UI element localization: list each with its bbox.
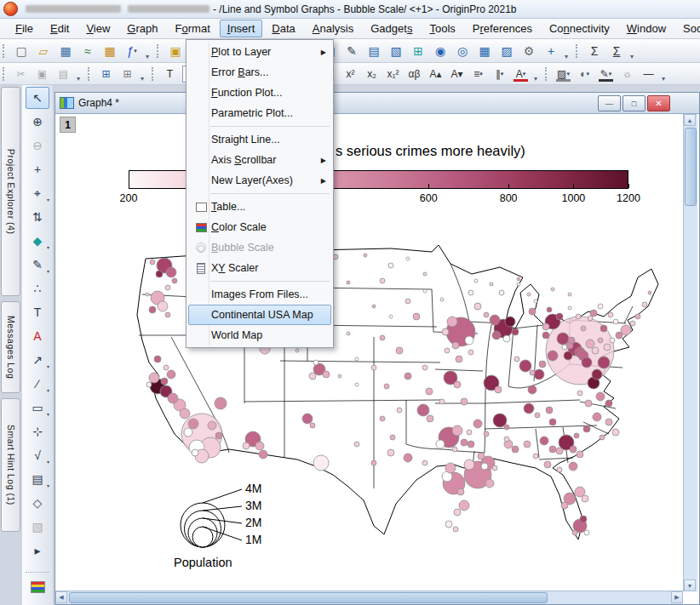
arrow-tool-dropdown-icon[interactable]: ▾ <box>47 363 49 369</box>
menu-item-parametric-plot[interactable]: Parametric Plot... <box>188 103 331 123</box>
bubble-scale-legend[interactable]: 4M3M2M1M <box>167 481 312 557</box>
menu-gadgets[interactable]: Gadgets <box>363 20 420 37</box>
text-tool-button[interactable]: T <box>26 301 49 323</box>
toolbar-overflow-icon[interactable]: ▾ <box>77 75 80 84</box>
add-columns-button[interactable]: + <box>541 41 561 61</box>
scroll-up-icon[interactable]: ▲ <box>684 114 696 126</box>
new-workbook-button[interactable]: ▦ <box>55 41 76 61</box>
menu-item-error-bars[interactable]: Error Bars... <box>188 62 331 83</box>
line-color-button[interactable]: ✎▾ <box>596 65 616 83</box>
screen-reader-button[interactable]: ⌖▾ <box>26 182 49 204</box>
new-graph-button[interactable]: ≈ <box>77 41 98 61</box>
fill-color-button[interactable]: ▨▾ <box>554 65 573 83</box>
add-worksheet-button[interactable]: ⊞ <box>118 65 137 83</box>
zoom-all-button[interactable]: ◉ <box>430 41 450 61</box>
menu-item-table[interactable]: Table... <box>188 197 331 217</box>
screen-reader-dropdown-icon[interactable]: ▾ <box>47 197 49 203</box>
menu-data[interactable]: Data <box>264 20 302 37</box>
data-reader-button[interactable]: + <box>26 158 49 180</box>
toolbar-overflow-icon[interactable]: ▾ <box>630 53 634 62</box>
add-layer-button[interactable]: ⊞ <box>96 65 116 83</box>
menu-graph[interactable]: Graph <box>119 20 165 37</box>
highlight-points-button[interactable]: ☼ <box>617 65 637 83</box>
toolbar-overflow-icon[interactable]: ▾ <box>141 75 144 84</box>
data-selector-button[interactable]: ⇅ <box>26 206 49 228</box>
rectangle-tool-button[interactable]: ▭▾ <box>26 397 49 419</box>
messages-log-tab[interactable]: Messages Log <box>1 301 20 393</box>
toolbar-grip[interactable] <box>88 67 92 81</box>
vertical-text-button[interactable]: ∥▾ <box>490 65 509 83</box>
menu-preferences[interactable]: Preferences <box>465 20 540 37</box>
menu-connectivity[interactable]: Connectivity <box>542 20 617 37</box>
font-color-dropdown-icon[interactable]: ▾ <box>523 71 526 77</box>
horizontal-scrollbar[interactable]: ◀ ▶ <box>55 591 683 604</box>
rescale-layers-button[interactable]: ⊞ <box>408 41 428 61</box>
menu-insert[interactable]: Insert <box>220 20 263 37</box>
menu-item-world-map[interactable]: World Map <box>188 325 331 345</box>
line-tool-dropdown-icon[interactable]: ▾ <box>47 387 49 393</box>
toolbar-grip[interactable] <box>576 44 580 58</box>
toolbar-overflow-icon[interactable]: ▾ <box>534 75 537 84</box>
menu-file[interactable]: File <box>8 20 41 37</box>
insert-graph-object-dropdown-icon[interactable]: ▾ <box>47 482 49 488</box>
zoom-in-tool-button[interactable]: ⊕ <box>26 111 49 133</box>
layer-stack-button[interactable]: ▤ <box>364 41 384 61</box>
decrease-font-button[interactable]: A▾ <box>447 65 467 83</box>
scroll-right-icon[interactable]: ▶ <box>671 591 683 603</box>
menu-item-axis-scrollbar[interactable]: Axis Scrollbar▶ <box>188 150 331 170</box>
arrow-tool-button[interactable]: ↗▾ <box>26 349 49 371</box>
cluster-tool-button[interactable]: ∴ <box>26 277 49 300</box>
mask-range-tool-button[interactable]: ◆▾ <box>26 230 49 252</box>
menu-item-plot-to-layer[interactable]: Plot to Layer▶ <box>188 42 331 62</box>
increase-font-button[interactable]: A▴ <box>426 65 445 83</box>
formula-object-button[interactable]: √▾ <box>26 444 49 466</box>
vertical-scrollbar[interactable]: ▲ ▼ <box>683 114 697 591</box>
toolbar-grip[interactable] <box>3 67 7 81</box>
toolbar-overflow-icon[interactable]: ▾ <box>565 53 568 62</box>
options-gear-button[interactable]: ⚙ <box>519 41 539 61</box>
menu-view[interactable]: View <box>78 20 118 37</box>
toolbar-overflow-icon[interactable]: ▾ <box>662 75 665 84</box>
formula-object-dropdown-icon[interactable]: ▾ <box>47 459 49 465</box>
toolbar-grip[interactable] <box>157 44 161 58</box>
draw-data-tool-button[interactable]: ✎▾ <box>26 254 49 276</box>
vertical-scroll-thumb[interactable] <box>685 128 697 206</box>
toolbar-overflow-icon[interactable]: ▾ <box>146 53 149 62</box>
color-scale-object-button[interactable] <box>26 576 49 598</box>
new-project-button[interactable]: ▢ <box>11 41 32 61</box>
horizontal-scroll-thumb[interactable] <box>69 592 548 603</box>
fill-color-dropdown-icon[interactable]: ▾ <box>566 71 570 77</box>
palette-button[interactable]: ◐▾ <box>575 65 594 83</box>
minimize-button[interactable]: — <box>598 95 621 111</box>
toolbar-grip[interactable] <box>152 67 156 81</box>
alignment-dropdown-icon[interactable]: ▾ <box>479 71 483 77</box>
superscript-button[interactable]: x² <box>341 65 360 83</box>
close-button[interactable]: ✕ <box>647 95 670 111</box>
menu-item-continental-usa-map[interactable]: Continental USA Map <box>188 305 331 325</box>
super-subscript-button[interactable]: x₁² <box>383 65 403 83</box>
scroll-left-icon[interactable]: ◀ <box>55 591 67 603</box>
line-tool-button[interactable]: ∕▾ <box>26 373 49 395</box>
vertical-text-dropdown-icon[interactable]: ▾ <box>501 71 504 77</box>
menu-item-color-scale[interactable]: Color Scale <box>188 217 331 237</box>
report-sheet-button[interactable]: ▨ <box>496 41 517 61</box>
insert-graph-object-button[interactable]: ▤▾ <box>26 468 49 490</box>
menu-item-straight-line[interactable]: Straight Line... <box>188 129 331 150</box>
toolbar-grip[interactable] <box>3 44 7 58</box>
layer-1-badge[interactable]: 1 <box>60 117 76 133</box>
subscript-button[interactable]: x₂ <box>362 65 382 83</box>
toolbar-grip[interactable] <box>545 67 549 81</box>
font-face-button[interactable]: T <box>160 65 180 83</box>
rescale-tool-button[interactable]: ◇ <box>26 492 49 514</box>
sum-column-button[interactable]: Σ <box>584 41 605 61</box>
restore-button[interactable]: □ <box>623 95 645 111</box>
graph-window-titlebar[interactable]: Graph4 * — □ ✕ <box>55 93 699 114</box>
font-color-button[interactable]: A▾ <box>511 65 531 83</box>
menu-analysis[interactable]: Analysis <box>305 20 361 37</box>
menu-item-function-plot[interactable]: Function Plot... <box>188 83 331 103</box>
new-matrix-button[interactable]: ▦ <box>100 41 120 61</box>
palette-dropdown-icon[interactable]: ▾ <box>586 71 589 77</box>
edit-button-button[interactable]: ✎ <box>341 41 362 61</box>
line-style-button[interactable]: — <box>639 65 658 83</box>
sum-statistics-button[interactable]: Σ <box>606 41 627 61</box>
